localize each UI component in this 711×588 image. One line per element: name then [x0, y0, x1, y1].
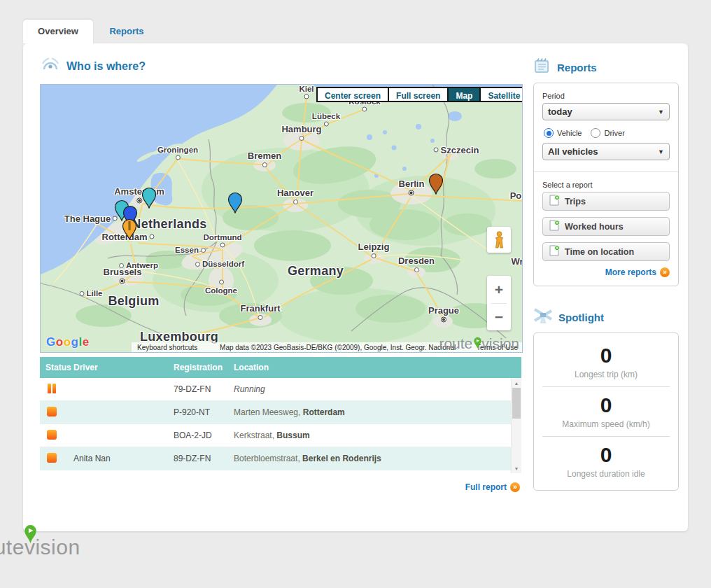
registration-cell: P-920-NT: [174, 407, 234, 417]
report-button-label: Worked hours: [565, 222, 624, 232]
table-row[interactable]: 79-DZ-FNRunning: [40, 378, 511, 401]
zoom-in-button[interactable]: +: [487, 276, 511, 303]
spotlight-panel: 0Longest trip (km)0Maximum speed (km/h)0…: [533, 332, 679, 491]
column-header-registration: Registration: [174, 363, 234, 372]
registration-cell: 79-DZ-FN: [174, 384, 234, 394]
vehicle-marker-yellow[interactable]: [122, 218, 137, 240]
location-street: Boterbloemstraat,: [234, 454, 302, 463]
registration-cell: 89-DZ-FN: [174, 454, 234, 463]
status-cell: [40, 430, 73, 442]
vehicle-marker-orange[interactable]: [428, 173, 444, 195]
google-logo-letter: e: [83, 335, 90, 349]
google-logo[interactable]: Google: [46, 335, 90, 349]
google-logo-letter: o: [56, 335, 64, 349]
period-select[interactable]: today ▼: [542, 103, 670, 120]
scrollbar-down-arrow[interactable]: ▼: [512, 463, 521, 473]
driver-radio[interactable]: [591, 128, 600, 138]
spotlight-icon: [533, 307, 553, 327]
status-cell: [40, 453, 73, 465]
scrollbar-up-arrow[interactable]: ▲: [512, 378, 521, 388]
watermark-route-text: route: [439, 335, 472, 352]
period-select-value: today: [548, 106, 572, 117]
vehicle-marker-lightblue[interactable]: [227, 192, 243, 214]
pegman-icon: [493, 231, 505, 249]
status-stopped-icon: [47, 453, 57, 463]
tab-overview[interactable]: Overview: [23, 20, 93, 43]
report-button-worked-hours[interactable]: Worked hours: [542, 217, 670, 236]
watermark-vision-text: vision: [481, 335, 519, 352]
reports-panel-title: Reports: [557, 62, 597, 74]
table-row[interactable]: BOA-2-JDKerkstraat, Bussum: [40, 424, 511, 447]
tab-reports[interactable]: Reports: [93, 20, 160, 43]
spotlight-stat-longest-trip-km: 0Longest trip (km): [534, 337, 678, 386]
map-watermark-logo: route vision: [439, 335, 519, 352]
spotlight-stat-value: 0: [534, 393, 678, 418]
report-document-plus-icon: [549, 195, 560, 208]
who-is-where-section: Who is where?: [40, 57, 521, 492]
report-document-plus-icon: [549, 245, 560, 258]
right-sidebar: Reports Period today ▼ Vehicle Driver Al…: [533, 57, 679, 491]
map-control-center-screen[interactable]: Center screen: [316, 87, 389, 102]
spotlight-stat-longest-duration-idle: 0Longest duration idle: [534, 437, 678, 486]
google-logo-letter: G: [46, 335, 56, 349]
report-button-label: Trips: [565, 197, 586, 206]
location-cell: Running: [234, 384, 511, 394]
spotlight-stat-value: 0: [534, 343, 678, 368]
status-stopped-icon: [47, 430, 57, 440]
report-button-label: Time on location: [565, 247, 634, 257]
google-logo-letter: g: [71, 335, 79, 349]
spotlight-stat-label: Longest trip (km): [534, 370, 678, 379]
table-row[interactable]: P-920-NTMarten Meesweg, Rotterdam: [40, 401, 511, 424]
vehicle-select-value: All vehicles: [548, 146, 598, 157]
column-header-status: Status: [40, 363, 73, 372]
chevron-down-icon: ▼: [658, 148, 664, 155]
keyboard-shortcuts-link[interactable]: Keyboard shortcuts: [132, 344, 203, 351]
zoom-out-button[interactable]: −: [487, 304, 511, 331]
map-zoom-control: + −: [487, 276, 511, 330]
table-row[interactable]: Anita Nan89-DZ-FNBoterbloemstraat, Berke…: [40, 447, 511, 470]
vehicle-marker-teal[interactable]: [141, 187, 157, 209]
status-cell: [40, 407, 73, 419]
location-city: Bussum: [276, 430, 309, 440]
spotlight-stat-maximum-speed-km-h: 0Maximum speed (km/h): [534, 387, 678, 436]
page-title: Who is where?: [66, 60, 146, 73]
map[interactable]: KielRostockLübeckHamburgSzczecinGroninge…: [40, 84, 523, 353]
full-report-link[interactable]: Full report: [465, 482, 507, 492]
vehicle-select[interactable]: All vehicles ▼: [542, 143, 670, 160]
map-control-full-screen[interactable]: Full screen: [388, 87, 449, 102]
vehicle-status-table: StatusDriverRegistrationLocation 79-DZ-F…: [40, 357, 521, 473]
map-control-satellite[interactable]: Satellite: [479, 87, 523, 102]
report-button-trips[interactable]: Trips: [542, 192, 670, 211]
status-cell: [40, 384, 73, 396]
footer-logo-route: route: [0, 536, 24, 559]
location-city: Rotterdam: [303, 407, 345, 417]
more-reports-link[interactable]: More reports: [605, 267, 656, 277]
more-reports-arrow-icon: [660, 267, 670, 277]
chevron-down-icon: ▼: [658, 108, 664, 115]
status-stopped-icon: [47, 407, 57, 416]
location-cell: Marten Meesweg, Rotterdam: [234, 407, 511, 417]
scrollbar-thumb[interactable]: [512, 388, 521, 419]
location-city: Berkel en Rodenrijs: [302, 454, 381, 463]
map-data-attribution: Map data ©2023 GeoBasis-DE/BKG (©2009), …: [203, 344, 472, 351]
report-button-time-on-location[interactable]: Time on location: [542, 242, 670, 261]
driver-cell: Anita Nan: [73, 454, 174, 463]
spotlight-stat-label: Longest duration idle: [534, 469, 678, 479]
who-is-where-icon: [40, 57, 61, 76]
column-header-driver: Driver: [73, 363, 174, 372]
location-street: Marten Meesweg,: [234, 407, 303, 417]
panel-divider: [534, 172, 678, 172]
map-control-map[interactable]: Map: [447, 87, 481, 102]
reports-icon: [533, 57, 551, 77]
table-header: StatusDriverRegistrationLocation: [40, 357, 521, 378]
google-logo-letter: o: [64, 335, 71, 349]
table-scrollbar[interactable]: ▲ ▼: [511, 378, 521, 473]
footer-logo: routevision: [0, 536, 686, 559]
vehicle-radio-label: Vehicle: [557, 129, 582, 137]
main-card: Who is where?: [23, 43, 688, 531]
footer-pin-icon: [23, 524, 38, 543]
status-paused-icon: [47, 384, 57, 393]
pegman-control[interactable]: [487, 227, 511, 253]
vehicle-radio[interactable]: [544, 128, 554, 138]
spotlight-stat-value: 0: [534, 442, 678, 468]
